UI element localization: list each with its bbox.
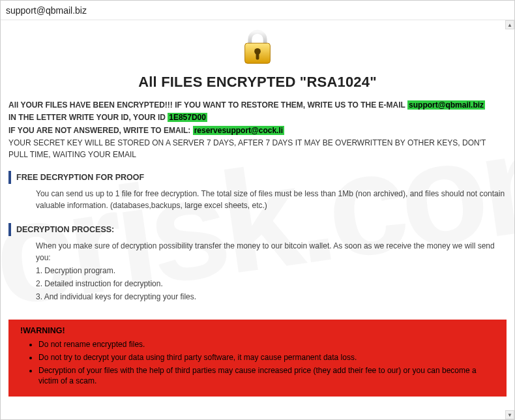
- ransom-line-2-text: IN THE LETTER WRITE YOUR ID, YOUR ID: [8, 113, 168, 122]
- process-step-3: 3. And individual keys for decrypting yo…: [36, 291, 507, 303]
- warning-list: Do not rename encrypted files. Do not tr…: [18, 339, 497, 387]
- window-frame: support@qbmail.biz ▲ pcrisk.com: [0, 0, 515, 420]
- content-area: pcrisk.com: [1, 20, 514, 419]
- warning-item: Do not try to decrypt your data using th…: [38, 352, 497, 363]
- lock-wrap: [8, 27, 507, 70]
- window-title: support@qbmail.biz: [6, 5, 87, 16]
- ransom-line-2: IN THE LETTER WRITE YOUR ID, YOUR ID 1E8…: [8, 112, 507, 123]
- ransom-line-3-text: IF YOU ARE NOT ANSWERED, WRITE TO EMAIL:: [8, 126, 193, 135]
- lock-icon: [237, 27, 278, 70]
- ransom-line-1: All YOUR FILES HAVE BEEN ENCRYPTED!!! IF…: [8, 100, 507, 111]
- proof-title: FREE DECRYPTION FOR PROOF: [8, 171, 507, 184]
- process-step-2: 2. Detailed instruction for decryption.: [36, 278, 507, 290]
- scroll-down-button[interactable]: ▼: [505, 410, 514, 419]
- process-section: DECRYPTION PROCESS: When you make sure o…: [8, 223, 507, 305]
- warning-item: Decryption of your files with the help o…: [38, 365, 497, 387]
- svg-rect-2: [256, 53, 259, 60]
- primary-email-highlight: support@qbmail.biz: [407, 100, 485, 110]
- ransom-line-4: YOUR SECRET KEY WILL BE STORED ON A SERV…: [8, 138, 507, 160]
- page-title: All FILES ENCRYPTED "RSA1024": [8, 74, 507, 91]
- victim-id-highlight: 1E857D00: [168, 113, 207, 122]
- ransom-line-1-text: All YOUR FILES HAVE BEEN ENCRYPTED!!! IF…: [8, 100, 407, 110]
- titlebar[interactable]: support@qbmail.biz: [1, 1, 514, 20]
- warning-title: !WARNING!: [18, 326, 497, 335]
- proof-section: FREE DECRYPTION FOR PROOF You can send u…: [8, 171, 507, 213]
- reserve-email-highlight: reservesupport@cock.li: [193, 126, 284, 135]
- proof-body: You can send us up to 1 file for free de…: [8, 187, 507, 213]
- process-step-1: 1. Decryption program.: [36, 265, 507, 277]
- process-intro: When you make sure of decryption possibi…: [36, 240, 507, 263]
- ransom-line-3: IF YOU ARE NOT ANSWERED, WRITE TO EMAIL:…: [8, 125, 507, 136]
- warning-item: Do not rename encrypted files.: [38, 339, 497, 350]
- process-body: When you make sure of decryption possibi…: [8, 239, 507, 305]
- process-title: DECRYPTION PROCESS:: [8, 223, 507, 236]
- warning-box: !WARNING! Do not rename encrypted files.…: [8, 320, 507, 397]
